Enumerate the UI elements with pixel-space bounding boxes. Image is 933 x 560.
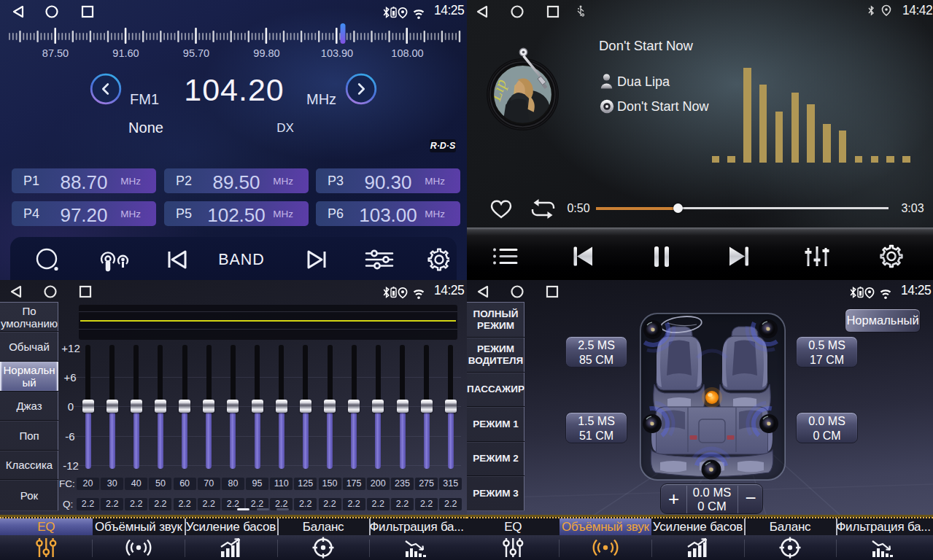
svg-text:BAND: BAND [218,251,265,268]
